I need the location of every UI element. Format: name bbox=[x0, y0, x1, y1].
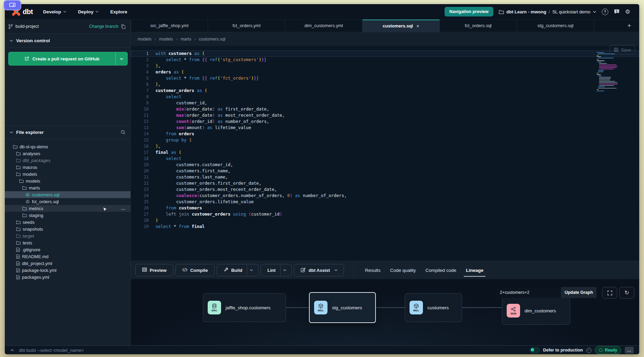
editor-tab-customers-sql[interactable]: customers.sql× bbox=[363, 20, 440, 32]
code-line-13[interactable]: 13 sum(amount) as lifetime_value bbox=[131, 125, 639, 131]
breadcrumb-item[interactable]: customers.sql bbox=[199, 37, 225, 42]
tree-item-readme-md[interactable]: README.md bbox=[5, 253, 130, 260]
panel-tab-results[interactable]: Results bbox=[360, 261, 385, 279]
lineage-node-stg-customers[interactable]: MDLstg_customers bbox=[309, 292, 376, 323]
code-line-1[interactable]: 1with customers as ( bbox=[131, 50, 639, 57]
code-line-29[interactable]: 29select * from final bbox=[131, 223, 639, 230]
code-line-26[interactable]: 26 from customers bbox=[131, 205, 639, 211]
button-main[interactable]: Build bbox=[219, 265, 247, 276]
breadcrumb-item[interactable]: models bbox=[138, 37, 151, 42]
compile-button[interactable]: Compile bbox=[175, 264, 215, 276]
build-button[interactable]: Build bbox=[217, 264, 258, 276]
code-line-21[interactable]: 21 customers.last_name, bbox=[131, 174, 639, 180]
tree-item-models[interactable]: models bbox=[5, 177, 130, 184]
chevron-down-icon[interactable] bbox=[280, 265, 289, 276]
preview-button[interactable]: Preview bbox=[135, 264, 173, 276]
nav-menu-explore[interactable]: Explore bbox=[110, 9, 127, 14]
code-line-4[interactable]: 4orders as ( bbox=[131, 69, 639, 75]
button-main[interactable]: Compile bbox=[178, 265, 212, 276]
code-line-28[interactable]: 28) bbox=[131, 217, 639, 223]
search-icon[interactable] bbox=[120, 130, 126, 135]
tree-item-seeds[interactable]: seeds bbox=[5, 219, 130, 226]
breadcrumb-item[interactable]: marts bbox=[181, 37, 191, 42]
tree-item-marts[interactable]: marts bbox=[5, 184, 130, 191]
breadcrumb-item[interactable]: models bbox=[159, 37, 173, 42]
code-line-18[interactable]: 18 select bbox=[131, 156, 639, 162]
tree-item-packages-yml[interactable]: packages.yml bbox=[5, 274, 130, 280]
help-icon[interactable]: ? bbox=[602, 9, 608, 15]
tree-item-metrics[interactable]: metrics... bbox=[5, 205, 130, 212]
nav-menu-develop[interactable]: Develop bbox=[43, 9, 67, 14]
statusbar-more-button[interactable]: ... bbox=[625, 347, 634, 354]
close-icon[interactable]: × bbox=[416, 23, 419, 29]
fullscreen-button[interactable] bbox=[602, 287, 617, 299]
pr-button-dropdown[interactable] bbox=[115, 52, 127, 65]
code-line-9[interactable]: 9 customer_id, bbox=[131, 100, 639, 106]
panel-tab-lineage[interactable]: Lineage bbox=[461, 261, 488, 279]
chevron-down-icon[interactable] bbox=[247, 265, 256, 276]
code-line-27[interactable]: 27 left join customer_orders using (cust… bbox=[131, 211, 639, 217]
code-line-17[interactable]: 17final as ( bbox=[131, 149, 639, 156]
lineage-node-jaffle-shop-customers[interactable]: SRCjaffle_shop.customers bbox=[203, 293, 286, 322]
editor-tab-src-jaffle-shop-yml[interactable]: src_jaffle_shop.yml bbox=[131, 20, 208, 32]
ready-status-button[interactable]: Ready bbox=[595, 346, 621, 354]
refresh-button[interactable]: ↻ bbox=[619, 287, 634, 299]
editor-tab-dim-customers-yml[interactable]: dim_customers.yml bbox=[285, 20, 363, 32]
code-line-24[interactable]: 24 coalesce(customer_orders.number_of_or… bbox=[131, 193, 639, 199]
lint-button[interactable]: Lint bbox=[261, 264, 292, 276]
lineage-canvas[interactable]: 2+customers+2 Update Graph ↻ SRCjaffle_s… bbox=[131, 279, 639, 345]
change-branch-link[interactable]: Change branch bbox=[89, 24, 118, 29]
expand-panel-chevron[interactable] bbox=[10, 349, 14, 352]
tree-item-db-sl-qs-demo[interactable]: db-sl-qs-demo bbox=[5, 143, 130, 150]
lineage-node-dim-customers[interactable]: SEMdim_customers bbox=[502, 297, 570, 325]
gear-icon[interactable]: ⚙ bbox=[625, 9, 630, 15]
tree-item-dbt-project-yml[interactable]: dbt_project.yml bbox=[5, 260, 130, 267]
tree-item--gitignore[interactable]: .gitignore bbox=[5, 246, 130, 253]
code-line-6[interactable]: 6), bbox=[131, 81, 639, 88]
tree-item-models[interactable]: models bbox=[5, 171, 130, 177]
defer-toggle[interactable] bbox=[530, 347, 540, 353]
panel-tab-code-quality[interactable]: Code quality bbox=[385, 261, 421, 279]
tree-item-fct-orders-sql[interactable]: fct_orders.sql bbox=[5, 198, 130, 205]
panel-tab-compiled-code[interactable]: Compiled code bbox=[421, 261, 461, 279]
dbt-assist-button[interactable]: dbt Assist bbox=[294, 264, 344, 276]
code-line-22[interactable]: 22 customer_orders.first_order_date, bbox=[131, 180, 639, 186]
button-main[interactable]: dbt Assist bbox=[296, 265, 334, 276]
code-line-20[interactable]: 20 customers.first_name, bbox=[131, 168, 639, 174]
tree-item-analyses[interactable]: analyses bbox=[5, 150, 130, 157]
editor-tab-fct-orders-yml[interactable]: fct_orders.yml bbox=[208, 20, 285, 32]
code-line-7[interactable]: 7customer_orders as ( bbox=[131, 88, 639, 94]
command-input[interactable]: dbt build --select <model_name> bbox=[19, 348, 84, 353]
code-line-5[interactable]: 5 select * from {{ ref('fct_orders')}} bbox=[131, 75, 639, 81]
editor-minimap[interactable] bbox=[597, 52, 617, 92]
code-line-8[interactable]: 8 select bbox=[131, 94, 639, 100]
tree-item-macros[interactable]: macros bbox=[5, 164, 130, 171]
save-button[interactable]: Save bbox=[610, 45, 635, 55]
file-explorer-header[interactable]: File explorer bbox=[5, 125, 130, 139]
tree-item-staging[interactable]: staging bbox=[5, 212, 130, 219]
nav-menu-deploy[interactable]: Deploy bbox=[78, 9, 99, 14]
code-line-19[interactable]: 19 customers.customer_id, bbox=[131, 162, 639, 168]
code-line-3[interactable]: 3), bbox=[131, 63, 639, 69]
chevron-down-icon[interactable] bbox=[334, 265, 342, 276]
defer-help-icon[interactable] bbox=[586, 348, 591, 353]
tree-item-package-lock-yml[interactable]: package-lock.yml bbox=[5, 267, 130, 274]
feedback-icon[interactable] bbox=[614, 9, 620, 14]
new-tab-button[interactable]: + bbox=[624, 20, 634, 32]
code-line-16[interactable]: 16), bbox=[131, 143, 639, 149]
code-line-23[interactable]: 23 customer_orders.most_recent_order_dat… bbox=[131, 186, 639, 193]
editor-tab-fct-orders-sql[interactable]: fct_orders.sql bbox=[440, 20, 517, 32]
create-pull-request-button[interactable]: Create a pull request on GitHub bbox=[8, 52, 128, 66]
code-editor[interactable]: 1with customers as (2 select * from {{ r… bbox=[131, 46, 639, 261]
tree-item-target[interactable]: target bbox=[5, 232, 130, 239]
project-breadcrumb[interactable]: dbt Learn - mwong / SL quickstart demo bbox=[499, 9, 596, 14]
row-more-button[interactable]: ... bbox=[121, 206, 126, 211]
code-line-11[interactable]: 11 max(order_date) as most_recent_order_… bbox=[131, 112, 639, 118]
lineage-search-input[interactable]: 2+customers+2 bbox=[496, 287, 561, 298]
tree-item-dbt-packages[interactable]: dbt_packages bbox=[5, 157, 130, 164]
tree-item-snapshots[interactable]: snapshots bbox=[5, 226, 130, 232]
button-main[interactable]: Preview bbox=[138, 265, 171, 276]
copy-branch-icon[interactable] bbox=[121, 24, 126, 29]
code-line-15[interactable]: 15 group by 1 bbox=[131, 137, 639, 143]
version-control-header[interactable]: Version control bbox=[5, 33, 130, 48]
